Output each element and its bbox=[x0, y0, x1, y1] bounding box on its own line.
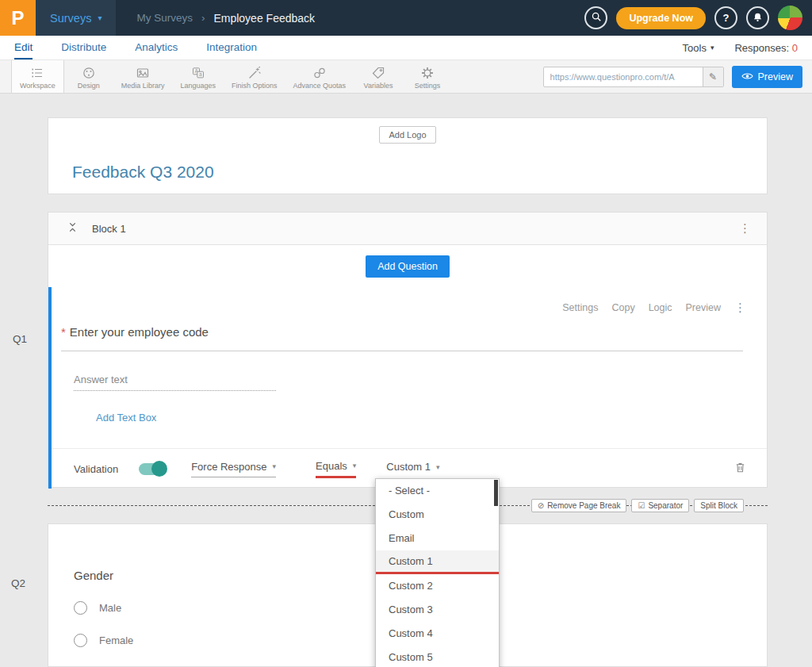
chevron-down-icon: ▾ bbox=[353, 462, 357, 470]
toolbar-item-languages[interactable]: Aa Languages bbox=[172, 60, 224, 93]
tab-edit[interactable]: Edit bbox=[14, 36, 33, 59]
question-preview-link[interactable]: Preview bbox=[686, 302, 721, 313]
help-button[interactable]: ? bbox=[714, 6, 737, 29]
tab-integration[interactable]: Integration bbox=[206, 36, 257, 59]
answer-text-input[interactable]: Answer text bbox=[74, 374, 276, 391]
toolbar-item-label: Media Library bbox=[121, 82, 165, 90]
toggle-knob bbox=[151, 461, 167, 477]
edit-url-button[interactable]: ✎ bbox=[703, 67, 723, 86]
question-q1: Settings Copy Logic Preview ⋮ * Enter yo… bbox=[48, 287, 767, 489]
wand-icon bbox=[247, 66, 262, 80]
add-logo-button[interactable]: Add Logo bbox=[379, 126, 435, 144]
toolbar-item-finish-options[interactable]: Finish Options bbox=[224, 60, 285, 93]
validation-value-label: Custom 1 bbox=[386, 461, 431, 473]
preview-button[interactable]: Preview bbox=[732, 66, 802, 88]
question-text[interactable]: Enter your employee code bbox=[70, 325, 209, 339]
toolbar-item-variables[interactable]: Variables bbox=[354, 60, 403, 93]
radio-label[interactable]: Male bbox=[99, 602, 121, 614]
tag-icon bbox=[371, 66, 385, 80]
section-nav: Edit Distribute Analytics Integration To… bbox=[0, 36, 812, 60]
operator-dropdown[interactable]: Equals ▾ bbox=[316, 460, 356, 478]
toolbar-item-media-library[interactable]: Media Library bbox=[113, 60, 173, 93]
preview-label: Preview bbox=[758, 71, 793, 82]
delete-validation-button[interactable] bbox=[734, 462, 746, 477]
block-name[interactable]: Block 1 bbox=[92, 223, 126, 235]
questionpro-logo[interactable]: P bbox=[0, 0, 36, 36]
image-icon bbox=[136, 66, 150, 80]
topbar-actions: Upgrade Now ? bbox=[584, 6, 812, 30]
dropdown-option-custom-2[interactable]: Custom 2 bbox=[376, 574, 499, 598]
required-asterisk: * bbox=[61, 325, 66, 339]
dropdown-option-email[interactable]: Email bbox=[376, 527, 499, 550]
block-menu-kebab-icon[interactable]: ⋮ bbox=[739, 221, 751, 236]
validation-dropdown-menu: - Select - Custom Email Custom 1 Custom … bbox=[375, 478, 500, 667]
tab-distribute[interactable]: Distribute bbox=[61, 36, 106, 59]
add-question-row: Add Question bbox=[48, 245, 767, 287]
eye-icon bbox=[741, 71, 753, 82]
remove-page-break-button[interactable]: ⊘ Remove Page Break bbox=[531, 499, 627, 512]
force-response-dropdown[interactable]: Force Response ▾ bbox=[191, 461, 276, 477]
workspace-icon bbox=[30, 66, 44, 80]
validation-value-dropdown[interactable]: Custom 1 ▾ bbox=[386, 461, 439, 477]
toolbar-item-settings[interactable]: Settings bbox=[403, 60, 452, 93]
radio-button[interactable] bbox=[74, 634, 87, 647]
nav-right: Tools ▾ Responses: 0 bbox=[683, 36, 798, 59]
responses-counter[interactable]: Responses: 0 bbox=[734, 42, 798, 54]
responses-label: Responses: bbox=[734, 42, 789, 54]
dropdown-option-custom-1[interactable]: Custom 1 bbox=[376, 550, 499, 574]
user-avatar[interactable] bbox=[778, 6, 802, 30]
question-copy-link[interactable]: Copy bbox=[611, 302, 634, 313]
toolbar-item-label: Advance Quotas bbox=[293, 82, 346, 90]
upgrade-now-button[interactable]: Upgrade Now bbox=[616, 7, 706, 29]
toolbar-item-label: Design bbox=[78, 82, 100, 90]
toolbar-item-label: Workspace bbox=[20, 82, 56, 90]
toolbar-item-advance-quotas[interactable]: Advance Quotas bbox=[285, 60, 354, 93]
survey-url-field[interactable]: https://www.questionpro.com/t/A ✎ bbox=[543, 67, 724, 87]
add-question-button[interactable]: Add Question bbox=[366, 255, 450, 278]
breadcrumb-separator: › bbox=[201, 12, 205, 24]
breadcrumb-my-surveys[interactable]: My Surveys bbox=[136, 12, 193, 24]
dropdown-scrollbar[interactable] bbox=[494, 480, 498, 506]
search-button[interactable] bbox=[584, 6, 607, 29]
notifications-button[interactable] bbox=[746, 6, 769, 29]
toolbar-item-workspace[interactable]: Workspace bbox=[11, 60, 64, 93]
dropdown-option-custom-3[interactable]: Custom 3 bbox=[376, 598, 499, 622]
toolbar-item-design[interactable]: Design bbox=[64, 60, 113, 93]
question-text-row: * Enter your employee code bbox=[61, 325, 743, 351]
remove-page-break-label: Remove Page Break bbox=[547, 501, 620, 510]
survey-title[interactable]: Feedback Q3 2020 bbox=[72, 163, 767, 182]
dropdown-option-custom-4[interactable]: Custom 4 bbox=[376, 622, 499, 646]
block-header: Block 1 ⋮ bbox=[48, 213, 767, 245]
operator-label: Equals bbox=[316, 460, 347, 472]
tools-menu[interactable]: Tools ▾ bbox=[683, 42, 714, 54]
svg-text:a: a bbox=[199, 71, 202, 77]
radio-button[interactable] bbox=[74, 601, 87, 615]
checkbox-icon: ☑ bbox=[638, 501, 645, 510]
tab-analytics[interactable]: Analytics bbox=[135, 36, 178, 59]
dropdown-option-custom-5[interactable]: Custom 5 bbox=[376, 646, 499, 667]
validation-toggle[interactable] bbox=[139, 463, 166, 475]
radio-label[interactable]: Female bbox=[99, 634, 133, 646]
pencil-icon: ✎ bbox=[709, 71, 717, 82]
collapse-block-icon[interactable] bbox=[67, 221, 78, 236]
chevron-down-icon: ▾ bbox=[273, 462, 277, 470]
force-response-label: Force Response bbox=[191, 461, 266, 473]
page-break-actions: ⊘ Remove Page Break ☑ Separator Split Bl… bbox=[531, 499, 744, 512]
question-actions: Settings Copy Logic Preview ⋮ bbox=[52, 287, 767, 315]
dropdown-option-select[interactable]: - Select - bbox=[376, 479, 499, 503]
dropdown-option-custom[interactable]: Custom bbox=[376, 503, 499, 527]
product-menu-surveys[interactable]: Surveys ▾ bbox=[36, 0, 116, 36]
survey-url-value[interactable]: https://www.questionpro.com/t/A bbox=[544, 67, 703, 86]
slash-circle-icon: ⊘ bbox=[538, 501, 544, 510]
split-block-label: Split Block bbox=[700, 501, 737, 510]
top-bar: P Surveys ▾ My Surveys › Employee Feedba… bbox=[0, 0, 812, 36]
toolbar-item-label: Variables bbox=[364, 82, 393, 90]
separator-button[interactable]: ☑ Separator bbox=[631, 499, 689, 512]
question-settings-link[interactable]: Settings bbox=[562, 302, 598, 313]
breadcrumb: My Surveys › Employee Feedback bbox=[136, 12, 315, 25]
add-text-box-link[interactable]: Add Text Box bbox=[96, 412, 767, 424]
question-menu-kebab-icon[interactable]: ⋮ bbox=[734, 301, 746, 315]
question-logic-link[interactable]: Logic bbox=[649, 302, 672, 313]
split-block-button[interactable]: Split Block bbox=[694, 499, 744, 512]
translate-icon: Aa bbox=[191, 66, 205, 80]
